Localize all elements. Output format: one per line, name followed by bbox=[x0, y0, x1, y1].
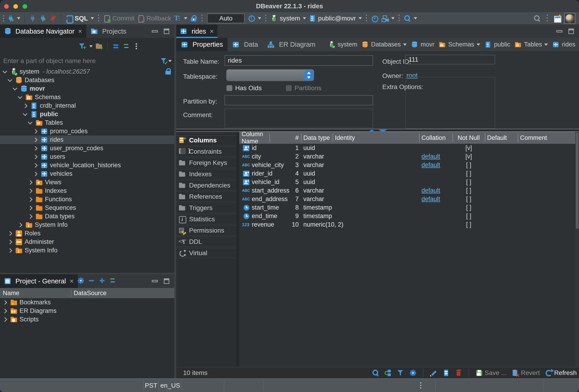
tree-item-rides[interactable]: rides bbox=[0, 135, 174, 144]
chevron-expanded-icon[interactable] bbox=[23, 111, 27, 116]
chevron-collapsed-icon[interactable] bbox=[2, 317, 7, 322]
header-collation[interactable]: Collation bbox=[419, 132, 452, 144]
tree-item-system-info[interactable]: System Info bbox=[0, 246, 174, 255]
timezone-segment[interactable]: PST bbox=[143, 380, 158, 391]
partitions-checkbox[interactable] bbox=[286, 85, 292, 91]
rollback-button[interactable]: Rollback bbox=[137, 15, 171, 22]
header-column-name[interactable]: Column Name bbox=[239, 132, 270, 144]
grid-settings-icon[interactable] bbox=[409, 369, 417, 377]
tree-item-movr[interactable]: movr bbox=[0, 84, 174, 93]
link-with-editor-icon[interactable] bbox=[123, 43, 130, 50]
maximize-editor-icon[interactable] bbox=[568, 29, 574, 34]
maximize-panel-icon[interactable] bbox=[164, 29, 169, 34]
grid-row-start-time[interactable]: start_time 8 timestamp [ ] bbox=[239, 203, 575, 212]
new-window-icon[interactable] bbox=[554, 15, 561, 22]
collation-link[interactable]: default bbox=[422, 196, 440, 203]
chevron-collapsed-icon[interactable] bbox=[23, 104, 27, 108]
chevron-down-icon[interactable] bbox=[91, 17, 94, 19]
filter-add-icon[interactable] bbox=[78, 43, 86, 50]
gear-icon[interactable] bbox=[77, 277, 84, 284]
tree-item-crdb-internal[interactable]: crdb_internal bbox=[0, 102, 174, 110]
project-item-bookmarks[interactable]: Bookmarks bbox=[0, 298, 174, 307]
tree-item-public[interactable]: public bbox=[0, 110, 174, 118]
section-triggers[interactable]: Triggers bbox=[176, 203, 237, 213]
header-data-type[interactable]: Data type bbox=[301, 132, 333, 144]
transaction-mode-button[interactable] bbox=[174, 15, 187, 22]
chevron-collapsed-icon[interactable] bbox=[33, 172, 38, 176]
new-folder-icon[interactable] bbox=[95, 43, 103, 50]
collation-link[interactable]: default bbox=[422, 187, 440, 194]
refresh-button[interactable]: Refresh bbox=[545, 369, 577, 377]
breadcrumb-rides[interactable]: rides bbox=[552, 41, 575, 48]
tree-item-schemas[interactable]: Schemas bbox=[0, 93, 174, 102]
commit-mode-combo[interactable]: Auto bbox=[207, 14, 245, 23]
tree-item-administer[interactable]: Administer bbox=[0, 238, 174, 246]
breadcrumb-movr[interactable]: movr bbox=[411, 41, 434, 48]
breadcrumb-databases[interactable]: Databases bbox=[361, 41, 407, 48]
chevron-down-icon[interactable] bbox=[184, 17, 187, 19]
connect-button[interactable] bbox=[29, 15, 36, 22]
chevron-expanded-icon[interactable] bbox=[8, 77, 12, 82]
commit-button[interactable]: Commit bbox=[103, 15, 135, 22]
chevron-collapsed-icon[interactable] bbox=[33, 146, 38, 151]
chevron-collapsed-icon[interactable] bbox=[8, 231, 12, 236]
partition-by-input[interactable] bbox=[224, 95, 373, 105]
chevron-collapsed-icon[interactable] bbox=[8, 248, 12, 253]
comment-textarea[interactable] bbox=[224, 109, 373, 128]
tasks-button[interactable] bbox=[381, 15, 395, 22]
grid-search-icon[interactable] bbox=[372, 369, 379, 377]
close-traffic-light[interactable] bbox=[4, 4, 9, 9]
view-menu-icon[interactable] bbox=[133, 43, 140, 50]
grid-filter-icon[interactable] bbox=[397, 369, 404, 377]
header-identity[interactable]: Identity bbox=[333, 132, 419, 144]
tree-item-indexes[interactable]: Indexes bbox=[0, 187, 174, 195]
section-foreign-keys[interactable]: Foreign Keys bbox=[176, 158, 237, 168]
close-icon[interactable]: × bbox=[210, 28, 214, 35]
header-comment[interactable]: Comment bbox=[518, 132, 575, 144]
header-ordinal[interactable]: # bbox=[270, 132, 301, 144]
tree-item-promo-codes[interactable]: promo_codes bbox=[0, 127, 174, 135]
maximize-panel-icon[interactable] bbox=[164, 278, 169, 284]
grid-row-vehicle-id[interactable]: vehicle_id 5 uuid [ ] bbox=[239, 178, 575, 186]
dbeaver-avatar[interactable] bbox=[564, 13, 575, 24]
quick-search-icon[interactable] bbox=[533, 15, 541, 22]
tab-project-general[interactable]: Project - General × bbox=[0, 274, 78, 288]
chevron-collapsed-icon[interactable] bbox=[33, 138, 38, 142]
column-header-datasource[interactable]: DataSource bbox=[72, 290, 107, 297]
chevron-collapsed-icon[interactable] bbox=[28, 197, 32, 202]
revert-button[interactable]: Revert bbox=[511, 369, 540, 377]
chevron-down-icon[interactable] bbox=[414, 17, 417, 19]
chevron-down-icon[interactable] bbox=[403, 44, 407, 46]
tree-item-system-info-movr[interactable]: System Info bbox=[0, 221, 174, 229]
transaction-log-button[interactable] bbox=[248, 15, 261, 22]
close-icon[interactable]: × bbox=[70, 278, 74, 284]
grid-row-end-time[interactable]: end_time 9 timestamp [ ] bbox=[239, 212, 575, 220]
collation-link[interactable]: default bbox=[422, 153, 440, 160]
active-connection-selector[interactable]: system bbox=[270, 15, 306, 22]
breadcrumb-schemas[interactable]: Schemas bbox=[438, 41, 480, 48]
edit-icon[interactable] bbox=[430, 369, 437, 377]
section-constraints[interactable]: Constraints bbox=[176, 147, 237, 157]
tab-er-diagram[interactable]: ER Diagram bbox=[263, 38, 320, 51]
filter-settings-icon[interactable] bbox=[160, 57, 167, 65]
save-button[interactable]: Save ... bbox=[476, 369, 507, 377]
form-grid-splitter[interactable] bbox=[176, 129, 579, 132]
chevron-collapsed-icon[interactable] bbox=[28, 180, 32, 185]
breadcrumb-public[interactable]: public bbox=[484, 41, 510, 48]
zoom-traffic-light[interactable] bbox=[23, 4, 27, 9]
chevron-collapsed-icon[interactable] bbox=[2, 300, 7, 305]
minimize-panel-icon[interactable] bbox=[152, 30, 158, 32]
minimize-panel-icon[interactable] bbox=[152, 280, 158, 282]
chevron-down-icon[interactable] bbox=[258, 17, 261, 19]
tree-item-databases[interactable]: Databases bbox=[0, 76, 174, 84]
tree-item-views[interactable]: Views bbox=[0, 178, 174, 187]
chevron-down-icon[interactable] bbox=[168, 60, 172, 62]
chevron-collapsed-icon[interactable] bbox=[28, 214, 32, 219]
chevron-expanded-icon[interactable] bbox=[2, 69, 7, 73]
chevron-collapsed-icon[interactable] bbox=[2, 309, 7, 313]
expand-icon[interactable] bbox=[98, 277, 106, 284]
chevron-expanded-icon[interactable] bbox=[13, 86, 17, 90]
column-header-name[interactable]: Name bbox=[0, 290, 71, 297]
extra-options-box[interactable] bbox=[405, 77, 495, 129]
chevron-down-icon[interactable] bbox=[544, 44, 548, 46]
